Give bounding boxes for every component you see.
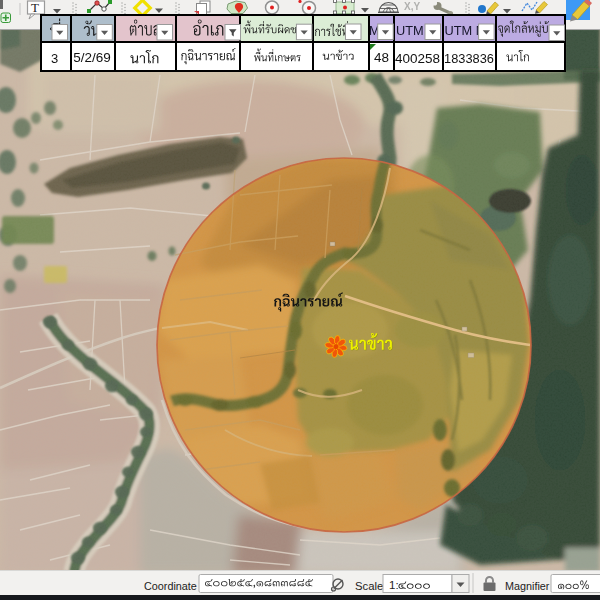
svg-text:400258: 400258 — [395, 51, 440, 66]
svg-text:X,Y: X,Y — [404, 1, 420, 12]
svg-text:T: T — [31, 0, 39, 15]
svg-text:Scale: Scale — [355, 580, 383, 592]
svg-text:5/2/69: 5/2/69 — [73, 50, 111, 65]
svg-text:1:: 1: — [389, 579, 399, 591]
svg-text:1833836: 1833836 — [444, 51, 494, 66]
svg-text:3: 3 — [51, 51, 58, 66]
svg-text:Coordinate: Coordinate — [144, 580, 197, 592]
svg-text:48: 48 — [374, 50, 389, 65]
svg-text:Magnifier: Magnifier — [505, 580, 550, 592]
